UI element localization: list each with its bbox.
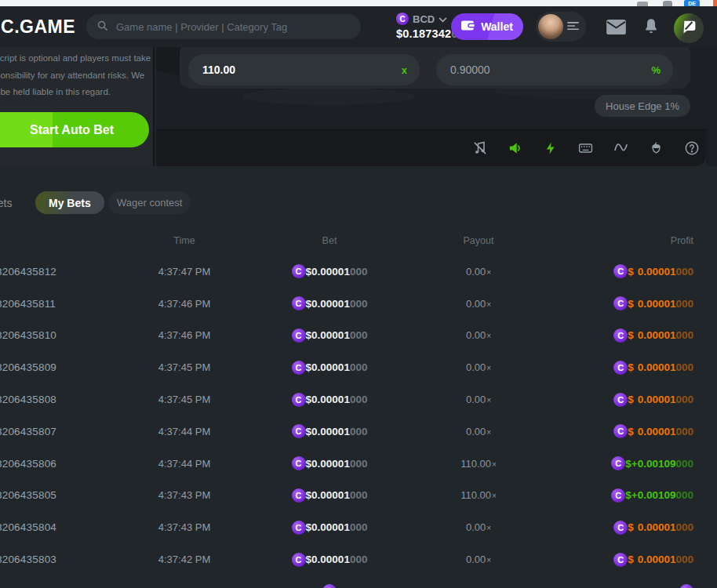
multiply-icon: × bbox=[486, 396, 491, 405]
sound-on-icon[interactable] bbox=[507, 140, 523, 157]
bet-amount: C$0.00001000 bbox=[235, 521, 424, 535]
turbo-bet-icon[interactable] bbox=[542, 140, 559, 157]
profit-amount: C$0.00001000 bbox=[533, 553, 717, 567]
profit-amount: C$0.00001000 bbox=[533, 264, 717, 278]
currency-code: BCD bbox=[413, 13, 435, 25]
search-input[interactable] bbox=[115, 20, 351, 34]
table-row[interactable]: 82064358074:37:44 PMC$0.000010000.00×C$0… bbox=[0, 416, 717, 448]
bet-time: 4:37:43 PM bbox=[133, 521, 235, 533]
win-chance-field[interactable]: % bbox=[436, 54, 673, 85]
multiply-icon: × bbox=[486, 364, 491, 372]
bcd-coin-icon: C bbox=[611, 456, 625, 470]
start-auto-bet-button[interactable]: Start Auto Bet bbox=[0, 112, 149, 147]
bet-amount: C$0.00001000 bbox=[235, 488, 424, 503]
table-row[interactable]: 82064358104:37:46 PMC$0.000010000.00×C$0… bbox=[0, 320, 717, 352]
payout-multiplier: 0.00× bbox=[424, 298, 533, 310]
chat-toggle-button[interactable] bbox=[674, 13, 704, 43]
bcd-coin-icon: C bbox=[613, 361, 628, 375]
hotkeys-icon[interactable] bbox=[577, 140, 594, 157]
house-edge-badge: House Edge 1% bbox=[595, 95, 690, 117]
table-row[interactable]: 82064358064:37:44 PMC$0.00001000110.00×C… bbox=[0, 448, 717, 480]
profit-amount: C$0.00001000 bbox=[533, 296, 717, 310]
bet-amount: C$0.00001000 bbox=[235, 553, 424, 567]
profit-amount: C$0.00001000 bbox=[533, 424, 717, 438]
bet-time: 4:37:45 PM bbox=[133, 394, 235, 405]
extension-icon[interactable] bbox=[663, 1, 672, 6]
tab-all-bets[interactable]: All Bets bbox=[0, 191, 26, 214]
notifications-button[interactable] bbox=[643, 17, 659, 38]
bcd-coin-icon: C bbox=[292, 424, 306, 438]
multiply-icon: × bbox=[492, 492, 497, 500]
bcd-coin-icon: C bbox=[292, 521, 306, 535]
music-off-icon[interactable] bbox=[471, 140, 488, 157]
payout-multiplier-input[interactable] bbox=[201, 63, 395, 77]
messages-button[interactable] bbox=[606, 20, 626, 37]
table-row[interactable]: CC bbox=[0, 575, 717, 588]
bcd-coin-icon: C bbox=[292, 328, 306, 343]
bcd-coin-icon: C bbox=[613, 553, 628, 567]
bets-table-body: 82064358124:37:47 PMC$0.000010000.00×C$0… bbox=[0, 256, 717, 588]
bet-id: 8206435806 bbox=[0, 458, 133, 470]
wallet-button[interactable]: Wallet bbox=[451, 13, 523, 40]
bet-id: 8206435810 bbox=[0, 329, 133, 341]
search-icon bbox=[96, 20, 108, 34]
browser-toolbar: DE bbox=[0, 0, 717, 6]
bcd-coin-icon: C bbox=[613, 424, 628, 438]
bcd-coin-icon: C bbox=[611, 488, 625, 503]
profit-amount: C$0.00001000 bbox=[533, 393, 717, 407]
payout-multiplier-field[interactable]: x bbox=[188, 54, 420, 85]
bets-section: All BetsMy BetsWager contest Time Bet Pa… bbox=[0, 166, 717, 588]
bcd-coin-icon: C bbox=[613, 521, 628, 535]
multiply-icon: × bbox=[486, 332, 491, 340]
bet-id: 8206435811 bbox=[0, 298, 133, 310]
game-footer-toolbar bbox=[156, 129, 706, 166]
bet-amount: C$0.00001000 bbox=[235, 456, 424, 470]
bet-id: 8206435808 bbox=[0, 394, 133, 405]
auto-bet-panel: script is optional and players must take… bbox=[0, 47, 155, 166]
payout-multiplier: 0.00× bbox=[424, 394, 533, 405]
bcd-coin-icon: C bbox=[613, 393, 628, 407]
translator-extension-badge[interactable]: DE bbox=[684, 0, 700, 6]
game-area: x % House Edge 1% bbox=[156, 47, 706, 166]
screen: DE BC.GAME C BCD $0.18734200 bbox=[0, 0, 717, 588]
time-header: Time bbox=[133, 235, 235, 246]
multiply-icon: × bbox=[486, 428, 491, 437]
bet-id: 8206435804 bbox=[0, 521, 133, 533]
table-row[interactable]: 82064358084:37:45 PMC$0.000010000.00×C$0… bbox=[0, 383, 717, 416]
bet-amount: C$0.00001000 bbox=[235, 296, 424, 310]
help-icon[interactable] bbox=[683, 140, 700, 157]
multiply-icon: × bbox=[486, 556, 491, 564]
bet-amount: C$0.00001000 bbox=[235, 424, 424, 438]
bet-time: 4:37:44 PM bbox=[133, 426, 235, 437]
bc-game-logo[interactable]: BC.GAME bbox=[0, 16, 75, 38]
win-chance-input[interactable] bbox=[449, 63, 645, 77]
extension-icon[interactable] bbox=[713, 0, 717, 6]
table-row[interactable]: 82064358044:37:43 PMC$0.000010000.00×C$0… bbox=[0, 511, 717, 543]
trends-icon[interactable] bbox=[613, 140, 629, 157]
seed-icon[interactable] bbox=[648, 140, 664, 157]
bet-amount: C$0.00001000 bbox=[235, 264, 424, 278]
payout-multiplier: 0.00× bbox=[424, 361, 533, 373]
bcd-coin-icon: C bbox=[292, 393, 306, 407]
bcd-coin-icon: C bbox=[292, 553, 306, 567]
bcd-coin-icon: C bbox=[396, 13, 409, 25]
game-search[interactable] bbox=[86, 14, 361, 39]
chevron-down-icon bbox=[439, 12, 447, 26]
table-row[interactable]: 82064358094:37:45 PMC$0.000010000.00×C$0… bbox=[0, 351, 717, 383]
page-gutter bbox=[706, 47, 717, 166]
table-row[interactable]: 82064358114:37:46 PMC$0.000010000.00×C$0… bbox=[0, 288, 717, 320]
bcd-coin-icon: C bbox=[292, 296, 306, 310]
bet-time: 4:37:46 PM bbox=[133, 298, 235, 310]
profile-menu[interactable] bbox=[536, 12, 586, 42]
bet-amount: C bbox=[235, 584, 424, 588]
table-row[interactable]: 82064358054:37:43 PMC$0.00001000110.00×C… bbox=[0, 480, 717, 512]
payout-multiplier: 0.00× bbox=[424, 426, 533, 437]
game-section: script is optional and players must take… bbox=[0, 47, 717, 166]
table-row[interactable]: 82064358034:37:42 PMC$0.000010000.00×C$0… bbox=[0, 543, 717, 575]
tab-my-bets[interactable]: My Bets bbox=[35, 191, 104, 214]
profit-amount: C$+0.00109000 bbox=[533, 488, 717, 503]
tab-wager-contest[interactable]: Wager contest bbox=[108, 191, 191, 214]
table-row[interactable]: 82064358124:37:47 PMC$0.000010000.00×C$0… bbox=[0, 256, 717, 288]
bcd-coin-icon: C bbox=[292, 488, 306, 503]
bet-time: 4:37:42 PM bbox=[133, 554, 235, 565]
